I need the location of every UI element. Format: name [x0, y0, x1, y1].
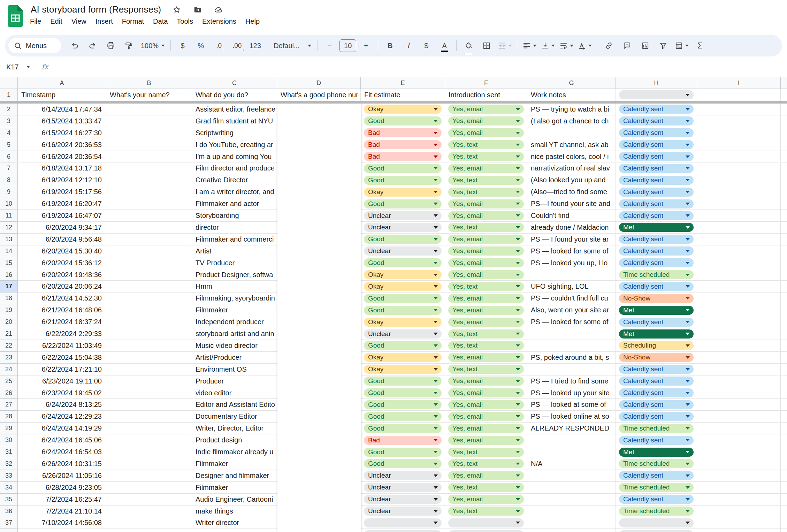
cell-E38[interactable]	[361, 529, 445, 532]
cell-C17[interactable]: Hmm	[192, 281, 277, 293]
cell-F31[interactable]: Yes, text	[445, 446, 527, 458]
cell-C1[interactable]: What do you do?	[192, 89, 277, 101]
insert-link-button[interactable]	[601, 39, 617, 53]
create-filter-button[interactable]	[655, 39, 672, 53]
cell-I31[interactable]	[697, 446, 781, 458]
cell-F4[interactable]: Yes, email	[445, 127, 527, 139]
format-percent-button[interactable]: %	[192, 39, 209, 53]
dropdown-chip-E14[interactable]: Unclear	[364, 246, 442, 256]
dropdown-chip-E38[interactable]	[364, 530, 442, 532]
dropdown-chip-F38[interactable]	[448, 530, 524, 532]
cell-J8[interactable]	[781, 174, 787, 186]
cell-B2[interactable]	[106, 104, 192, 115]
cell-A15[interactable]: 6/20/2024 15:36:12	[18, 257, 106, 269]
cell-H11[interactable]: Calendly sent	[616, 210, 697, 222]
cell-J11[interactable]	[781, 210, 787, 222]
row-header-21[interactable]: 21	[0, 328, 18, 340]
cell-I18[interactable]	[697, 292, 781, 304]
dropdown-chip-F36[interactable]: Yes, text	[448, 507, 524, 516]
cell-E33[interactable]: Unclear	[361, 470, 445, 482]
cell-B3[interactable]	[106, 115, 192, 127]
cell-F30[interactable]: Yes, email	[445, 434, 527, 446]
text-color-button[interactable]: A	[436, 39, 453, 53]
cell-E25[interactable]: Good	[361, 375, 445, 387]
dropdown-chip-E9[interactable]: Okay	[364, 188, 442, 197]
dropdown-chip-F9[interactable]: Yes, text	[448, 188, 524, 197]
cell-G6[interactable]: nice pastel colors, cool / i	[527, 151, 616, 163]
cell-A38[interactable]	[18, 529, 106, 532]
dropdown-chip-E31[interactable]: Good	[364, 448, 442, 457]
cell-F25[interactable]: Yes, email	[445, 375, 527, 387]
cell-B38[interactable]	[106, 529, 192, 532]
dropdown-chip-F37[interactable]	[448, 518, 524, 527]
cell-I1[interactable]	[697, 89, 781, 101]
row-header-19[interactable]: 19	[0, 304, 18, 316]
cell-F22[interactable]: Yes, text	[445, 340, 527, 352]
cell-C19[interactable]: Filmmaker	[192, 304, 277, 316]
cell-B10[interactable]	[106, 198, 192, 210]
cell-C18[interactable]: Filmmaking, syoryboardin	[192, 292, 277, 304]
cell-E6[interactable]: Bad	[361, 151, 445, 163]
cell-B12[interactable]	[106, 222, 192, 234]
cell-F19[interactable]: Yes, email	[445, 304, 527, 316]
dropdown-chip-F35[interactable]: Yes, email	[448, 495, 524, 504]
cell-G38[interactable]	[527, 529, 616, 532]
cell-I5[interactable]	[697, 139, 781, 151]
cell-A27[interactable]: 6/24/2024 8:13:25	[18, 399, 106, 411]
cell-H17[interactable]: Calendly sent	[616, 281, 697, 293]
column-header-C[interactable]: C	[192, 77, 277, 89]
number-format-button[interactable]: 123	[247, 39, 263, 53]
cell-H1[interactable]	[616, 89, 697, 101]
cell-H23[interactable]: No-Show	[616, 352, 697, 364]
cell-A37[interactable]: 7/10/2024 14:56:08	[18, 517, 106, 529]
cell-H19[interactable]: Met	[616, 304, 697, 316]
row-header-30[interactable]: 30	[0, 434, 18, 446]
cell-I27[interactable]	[697, 399, 781, 411]
cell-G24[interactable]	[527, 364, 616, 375]
dropdown-chip-E24[interactable]: Okay	[364, 365, 442, 374]
row-header-9[interactable]: 9	[0, 186, 18, 198]
cell-J38[interactable]	[781, 529, 787, 532]
cell-I10[interactable]	[697, 198, 781, 210]
cell-E11[interactable]: Unclear	[361, 210, 445, 222]
dropdown-chip-H14[interactable]: Calendly sent	[619, 246, 694, 256]
dropdown-chip-E34[interactable]: Unclear	[364, 483, 442, 492]
cell-F13[interactable]: Yes, email	[445, 234, 527, 245]
cell-J14[interactable]	[781, 245, 787, 257]
cell-I23[interactable]	[697, 352, 781, 364]
cell-F34[interactable]: Yes, text	[445, 482, 527, 494]
dropdown-chip-F7[interactable]: Yes, email	[448, 164, 524, 173]
dropdown-chip-H5[interactable]: Calendly sent	[619, 140, 694, 149]
dropdown-chip-F11[interactable]: Yes, email	[448, 211, 524, 220]
cell-E23[interactable]: Okay	[361, 352, 445, 364]
cell-A23[interactable]: 6/22/2024 15:04:38	[18, 352, 106, 364]
cell-C11[interactable]: Storyboarding	[192, 210, 277, 222]
row-header-5[interactable]: 5	[0, 139, 18, 151]
cell-C20[interactable]: Independent producer	[192, 316, 277, 328]
cell-A12[interactable]: 6/20/2024 9:34:17	[18, 222, 106, 234]
insert-comment-button[interactable]	[619, 39, 635, 53]
dropdown-chip-E19[interactable]: Good	[364, 306, 442, 315]
dropdown-chip-F14[interactable]: Yes, email	[448, 246, 524, 256]
row-header-34[interactable]: 34	[0, 482, 18, 494]
cell-J34[interactable]	[781, 482, 787, 494]
cell-G11[interactable]: Couldn't find	[527, 210, 616, 222]
cell-E2[interactable]: Okay	[361, 104, 445, 115]
cell-H8[interactable]: Calendly sent	[616, 174, 697, 186]
cell-C35[interactable]: Audio Engineer, Cartooni	[192, 494, 277, 506]
cell-B4[interactable]	[106, 127, 192, 139]
cell-F37[interactable]	[445, 517, 527, 529]
cell-F2[interactable]: Yes, email	[445, 104, 527, 115]
cell-G16[interactable]	[527, 269, 616, 281]
cell-D1[interactable]: What's a good phone nur	[277, 89, 361, 101]
dropdown-chip-E6[interactable]: Bad	[364, 152, 442, 161]
cell-B23[interactable]	[106, 352, 192, 364]
cell-J21[interactable]	[781, 328, 787, 340]
cell-J30[interactable]	[781, 434, 787, 446]
cell-B5[interactable]	[106, 139, 192, 151]
row-header-10[interactable]: 10	[0, 198, 18, 210]
cell-J7[interactable]	[781, 163, 787, 175]
cell-B25[interactable]	[106, 375, 192, 387]
strikethrough-button[interactable]: S	[418, 39, 435, 53]
cell-B15[interactable]	[106, 257, 192, 269]
